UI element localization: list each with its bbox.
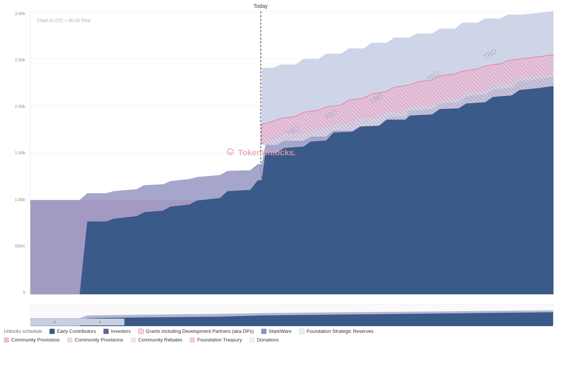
starkware-swatch <box>261 329 266 334</box>
early-contributors-label: Early Contributors <box>57 328 96 334</box>
scrollbar-right-grip[interactable]: ⏸ <box>98 320 102 324</box>
y-label-300: 3.00b <box>15 11 25 16</box>
legend-community-rebates: Community Rebates <box>131 337 183 343</box>
legend-foundation-treasury: Foundation Treasury <box>190 337 242 343</box>
legend-community-provisions-1: Community Provisions <box>4 337 60 343</box>
legend-row-1: Unlocks schedule Early Contributors Inve… <box>4 328 557 334</box>
community-rebates-label: Community Rebates <box>138 337 183 343</box>
y-axis: 3.00b 2.50b 2.00b 1.50b 1.00b 500m 0 <box>0 11 28 295</box>
legend-early-contributors: Early Contributors <box>49 328 96 334</box>
y-label-500m: 500m <box>15 244 25 248</box>
starkware-label: StarkWare <box>269 328 292 334</box>
today-label: Today <box>254 3 268 9</box>
foundation-strategic-label: Foundation Strategic Reserves <box>307 328 373 334</box>
chart-svg: TBD TBD TBD TBD TBD <box>30 11 554 294</box>
y-label-200: 2.00b <box>15 104 25 109</box>
donations-label: Donations <box>257 337 279 343</box>
legend-community-provisions-2: Community Provisions <box>67 337 123 343</box>
grants-label: Grants including Development Partners (a… <box>146 328 254 334</box>
scrollbar-track[interactable]: ⏸ ⏸ <box>30 318 553 326</box>
legend-prefix: Unlocks schedule <box>4 328 42 334</box>
legend-foundation-strategic: Foundation Strategic Reserves <box>299 328 373 334</box>
legend-investors: Investors <box>103 328 131 334</box>
early-contributors-swatch <box>49 329 55 334</box>
scrollbar-left-grip[interactable]: ⏸ <box>53 320 57 324</box>
chart-plot-area: Today Chart in UTC + 00:00 Time <box>30 11 554 295</box>
foundation-strategic-swatch <box>299 329 304 334</box>
y-label-250: 2.50b <box>15 58 25 62</box>
scrollbar-thumb[interactable]: ⏸ ⏸ <box>30 319 124 325</box>
donations-swatch <box>250 337 255 343</box>
investors-label: Investors <box>111 328 131 334</box>
investors-swatch <box>103 329 109 334</box>
legend: Unlocks schedule Early Contributors Inve… <box>4 328 557 388</box>
y-label-0: 0 <box>23 290 25 295</box>
foundation-treasury-swatch <box>190 337 195 343</box>
chart-navigator[interactable]: ⏸ ⏸ <box>30 304 554 326</box>
y-label-100: 1.00b <box>15 197 25 202</box>
legend-donations: Donations <box>250 337 279 343</box>
chart-container: 3.00b 2.50b 2.00b 1.50b 1.00b 500m 0 Tod… <box>0 0 561 392</box>
community-provisions-2-swatch <box>67 337 72 343</box>
foundation-treasury-label: Foundation Treasury <box>197 337 242 343</box>
community-provisions-2-label: Community Provisions <box>75 337 123 343</box>
legend-row-2: Community Provisions Community Provision… <box>4 337 557 343</box>
grants-swatch <box>138 329 144 334</box>
y-label-150: 1.50b <box>15 151 25 155</box>
community-rebates-swatch <box>131 337 136 343</box>
legend-grants: Grants including Development Partners (a… <box>138 328 254 334</box>
legend-starkware: StarkWare <box>261 328 292 334</box>
community-provisions-1-label: Community Provisions <box>11 337 60 343</box>
community-provisions-1-swatch <box>4 337 9 343</box>
